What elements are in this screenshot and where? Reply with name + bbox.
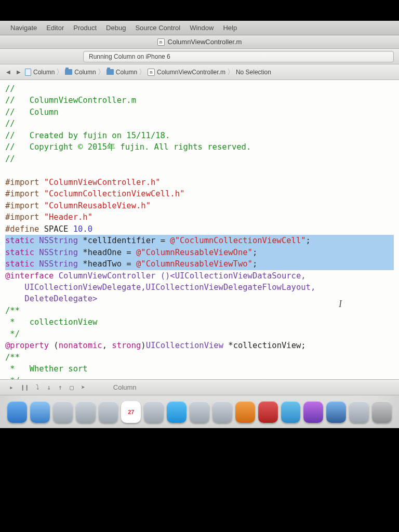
step-out-icon[interactable]: ↑ (58, 383, 62, 391)
view-debug-icon[interactable]: ▢ (70, 383, 74, 391)
comment: // (5, 154, 15, 164)
kw: strong (112, 341, 141, 350)
folder-icon (107, 69, 114, 75)
preproc: #define (5, 224, 39, 234)
kw: @property (5, 341, 49, 350)
ident: *cellIdentifier = (78, 236, 170, 245)
dock-app-icon[interactable] (53, 401, 73, 423)
ident: *collectionView; (223, 341, 306, 350)
dock-app-icon[interactable] (212, 401, 232, 423)
selected-line: static NSString *headTwo = @"ColumnReusa… (5, 258, 394, 270)
dock-appstore-icon[interactable] (167, 401, 187, 423)
comment: */ (5, 376, 20, 379)
menu-editor[interactable]: Editor (46, 24, 64, 32)
macos-dock: 27 (0, 395, 399, 428)
crumb-label: ColumnViewController.m (157, 69, 225, 76)
window-titlebar: m ColumnViewController.m (0, 35, 399, 49)
source-editor[interactable]: // // ColumnViewController.m // Column /… (0, 80, 399, 379)
string: "CoclumnCollectionViewCell.h" (44, 189, 185, 198)
dock-xcode-icon[interactable] (326, 401, 346, 423)
crumb-selection[interactable]: No Selection (236, 69, 271, 76)
crumb-label: Column (33, 69, 55, 76)
macro-name: SPACE (44, 224, 69, 234)
dock-itunes-icon[interactable] (281, 401, 301, 423)
chevron-right-icon: 〉 (227, 68, 234, 77)
dock-app-icon[interactable] (144, 401, 164, 423)
preproc: #import (5, 178, 39, 187)
nav-forward-icon[interactable]: ▶ (15, 69, 23, 75)
menu-window[interactable]: Window (190, 24, 214, 32)
preproc: #import (5, 201, 39, 210)
string: "ColumnReusableView.h" (44, 201, 151, 210)
comment: // Column (5, 108, 59, 117)
breakpoint-toggle-icon[interactable]: ▸ (9, 383, 14, 391)
crumb-label: No Selection (236, 69, 271, 76)
menu-navigate[interactable]: Navigate (10, 24, 37, 32)
objc-file-icon: m (157, 38, 165, 46)
string: @"CoclumnCollectionViewCell" (170, 236, 305, 245)
type: NSString (39, 236, 78, 245)
preproc: #import (5, 212, 39, 222)
comment: // Copyright © 2015年 fujin. All rights r… (5, 142, 251, 152)
string: @"ColumnReusableViewTwo" (136, 259, 252, 269)
ident: *headTwo = (78, 259, 136, 269)
punct: ( (54, 341, 58, 350)
debug-target-label: Column (113, 383, 137, 391)
dock-app-icon[interactable] (303, 401, 323, 423)
app-menubar: Navigate Editor Product Debug Source Con… (0, 21, 399, 35)
comment: // (5, 84, 15, 94)
dock-app-icon[interactable] (349, 401, 369, 423)
dock-app-icon[interactable] (258, 401, 278, 423)
dock-app-icon[interactable] (99, 401, 118, 423)
xcode-window: Navigate Editor Product Debug Source Con… (0, 21, 399, 428)
dock-finder-icon[interactable] (7, 401, 27, 423)
number: 10.0 (73, 224, 92, 234)
kw: nonatomic (59, 341, 102, 350)
classname: ColumnViewController (54, 271, 160, 281)
menu-debug[interactable]: Debug (106, 24, 126, 32)
menu-help[interactable]: Help (223, 24, 237, 32)
kw: static (5, 248, 34, 257)
comment: * Whether sort (5, 364, 88, 374)
ident: *headOne = (78, 248, 136, 257)
crumb-project[interactable]: Column (25, 69, 55, 76)
dock-safari-icon[interactable] (30, 401, 50, 423)
text-cursor-icon: I (339, 297, 342, 311)
menu-source-control[interactable]: Source Control (135, 24, 180, 32)
punct: ) (141, 341, 145, 350)
step-over-icon[interactable]: ⤵ (36, 383, 39, 391)
string: "Header.h" (44, 212, 92, 222)
comment: /** (5, 306, 20, 315)
string: "ColumnViewController.h" (44, 178, 161, 187)
dock-app-icon[interactable] (235, 401, 255, 423)
comment: /** (5, 353, 20, 362)
window-title: ColumnViewController.m (168, 38, 242, 46)
jump-bar[interactable]: ◀ ▶ Column 〉 Column 〉 Column 〉 m ColumnV… (0, 64, 399, 80)
kw: static (5, 259, 34, 269)
comment: // Created by fujin on 15/11/18. (5, 131, 170, 140)
crumb-folder-2[interactable]: Column (107, 69, 137, 76)
punct: ; (252, 248, 257, 257)
debug-bar: ▸ ❙❙ ⤵ ↓ ↑ ▢ ➤ Column (0, 379, 399, 395)
type: NSString (39, 259, 78, 269)
crumb-folder-1[interactable]: Column (65, 69, 96, 76)
dock-trash-icon[interactable] (372, 401, 392, 423)
selected-line: static NSString *headOne = @"ColumnReusa… (5, 247, 394, 258)
selected-line: static NSString *cellIdentifier = @"Cocl… (5, 235, 394, 246)
crumb-label: Column (116, 69, 137, 76)
step-into-icon[interactable]: ↓ (47, 383, 51, 391)
punct: ; (306, 236, 311, 245)
dock-calendar-icon[interactable]: 27 (121, 401, 141, 423)
crumb-label: Column (74, 69, 96, 76)
menu-product[interactable]: Product (73, 24, 97, 32)
punct: ; (252, 259, 257, 269)
type: UICollectionView (146, 341, 223, 350)
toolbar: Running Column on iPhone 6 (0, 49, 399, 64)
crumb-file[interactable]: m ColumnViewController.m (148, 69, 225, 76)
nav-back-icon[interactable]: ◀ (4, 69, 12, 75)
dock-app-icon[interactable] (190, 401, 209, 423)
pause-icon[interactable]: ❙❙ (21, 383, 29, 391)
chevron-right-icon: 〉 (139, 68, 146, 77)
dock-app-icon[interactable] (76, 401, 96, 423)
location-icon[interactable]: ➤ (81, 383, 85, 391)
